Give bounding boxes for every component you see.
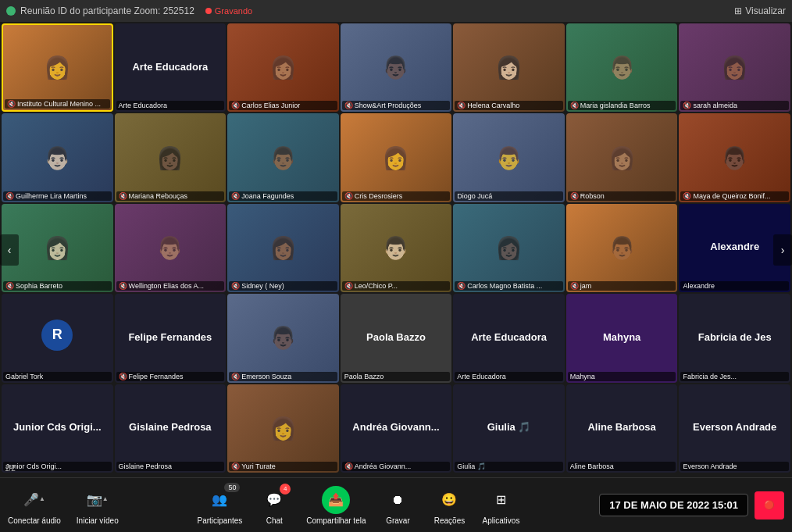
participant-name-text: Wellington Elias dos A... [129, 282, 204, 290]
participant-cell[interactable]: Giulia 🎵Giulia 🎵 [453, 384, 565, 473]
participant-cell[interactable]: 👨Diogo Jucá [453, 113, 565, 202]
video-feed: 👩🏽 [566, 113, 678, 202]
participant-name-bar: 🔇Robson [568, 191, 676, 201]
participant-cell[interactable]: 👨🏿🔇Maya de Queiroz Bonif... [679, 113, 790, 202]
participant-cell[interactable]: Felipe Fernandes🔇Felipe Fernandes [115, 294, 227, 382]
muted-icon: 🔇 [231, 462, 240, 470]
avatar: R [41, 320, 73, 351]
participant-cell[interactable]: 👩🏾🔇sarah almeida [679, 23, 790, 112]
participant-cell[interactable]: 👩🏾🔇Sidney ( Ney) [227, 204, 339, 292]
participant-cell[interactable]: 👩🏿🔇Carlos Magno Batista ... [453, 204, 565, 292]
participant-name-bar: Diogo Jucá [455, 191, 563, 201]
muted-icon: 🔇 [344, 462, 353, 470]
participant-cell[interactable]: MahynaMahyna [566, 294, 678, 382]
participant-name-text: Mahyna [570, 373, 595, 380]
participant-cell[interactable]: 👨🏻🔇Leo/Chico P... [341, 204, 452, 292]
participant-cell[interactable]: 👩🔇Cris Desrosiers [341, 113, 452, 202]
participant-cell[interactable]: 👨🏽🔇Wellington Elias dos A... [115, 204, 227, 292]
visualizar-button[interactable]: ⊞ Visualizar [734, 5, 786, 16]
participant-name-bar: 🔇Helena Carvalho [455, 101, 563, 110]
participant-cell[interactable]: 👨🏿🔇Show&Art Produções [341, 23, 452, 112]
grid-icon: ⊞ [734, 5, 742, 16]
participant-big-name: Alexandre [710, 241, 759, 252]
participant-cell[interactable]: Junior Cds Origi...Junior Cds Origi... [2, 384, 113, 473]
apps-icon: ⊞ [487, 486, 515, 514]
participant-cell[interactable]: 👨🏽🔇Maria gislandia Barros [566, 23, 678, 112]
participant-big-name: Mahyna [603, 331, 640, 343]
muted-icon: 🔇 [231, 282, 240, 290]
muted-icon: 🔇 [231, 373, 240, 380]
participants-label: Participantes [198, 516, 243, 525]
window-close-dot[interactable] [6, 6, 16, 16]
participant-big-name: Paola Bazzo [366, 331, 426, 343]
chat-badge: 4 [280, 484, 291, 495]
video-feed: 👨🏽 [115, 204, 227, 292]
participant-name-text: Felipe Fernandes [129, 373, 184, 380]
participant-cell[interactable]: 👩🔇Instituto Cultural Menino ... [2, 23, 113, 112]
participants-button[interactable]: 👥 50 Participantes [198, 486, 243, 525]
muted-icon: 🔇 [5, 282, 14, 290]
chat-label: Chat [266, 516, 283, 525]
video-feed: 👩 [341, 113, 452, 202]
participant-cell[interactable]: Everson AndradeEverson Andrade [679, 384, 790, 473]
video-grid-container: 👩🔇Instituto Cultural Menino ...Arte Educ… [0, 22, 792, 477]
participant-cell[interactable]: Andréa Giovann...🔇Andréa Giovann... [341, 384, 452, 473]
participant-name-text: Sidney ( Ney) [241, 282, 284, 290]
visualizar-label: Visualizar [745, 5, 786, 16]
participant-name-text: Carlos Elias Junior [241, 102, 300, 109]
participant-name-text: Fabricia de Jes... [683, 373, 737, 380]
share-icon: 📤 [322, 486, 350, 514]
participant-cell[interactable]: 👨🏾🔇Joana Fagundes [227, 113, 339, 202]
participant-name-bar: 🔇Guilherme Lira Martins [3, 191, 112, 201]
video-feed: 👩 [3, 25, 112, 110]
participant-name-bar: Gislaine Pedrosa [116, 462, 225, 471]
record-button[interactable]: ⏺ Gravar [378, 486, 417, 525]
muted-icon: 🔇 [570, 102, 579, 109]
participant-cell[interactable]: Arte EducadoraArte Educadora [453, 294, 565, 382]
toolbar-right: 17 DE MAIO DE 2022 15:01 🔴 [599, 491, 784, 520]
participant-cell[interactable]: Aline BarbosaAline Barbosa [566, 384, 678, 473]
participant-name-bar: 🔇Andréa Giovann... [342, 462, 451, 471]
participant-cell[interactable]: Gislaine PedrosaGislaine Pedrosa [115, 384, 227, 473]
muted-icon: 🔇 [344, 282, 353, 290]
participant-cell[interactable]: Fabricia de JesFabricia de Jes... [679, 294, 790, 382]
participant-name-bar: Gabriel Tork [3, 372, 112, 381]
participant-big-name: Felipe Fernandes [128, 331, 212, 343]
participant-cell[interactable]: 👩🏿🔇Mariana Rebouças [115, 113, 227, 202]
participant-cell[interactable]: 👩🏻🔇Helena Carvalho [453, 23, 565, 112]
apps-button[interactable]: ⊞ Aplicativos [481, 486, 520, 525]
nav-arrow-right[interactable]: › [773, 234, 792, 266]
participant-cell[interactable]: 👩🏽🔇Robson [566, 113, 678, 202]
audio-button[interactable]: 🎤 ▲ Conectar áudio [8, 486, 61, 525]
participant-cell[interactable]: 👩🔇Yuri Turate [227, 384, 339, 473]
muted-icon: 🔇 [231, 192, 240, 200]
video-label: Iniciar vídeo [77, 516, 119, 525]
video-feed: 👨🏽 [566, 23, 678, 112]
chat-button[interactable]: 💬 4 Chat [255, 486, 294, 525]
muted-icon: 🔇 [231, 102, 240, 109]
end-button[interactable]: 🔴 [755, 491, 784, 520]
participant-cell[interactable]: Arte EducadoraArte Educadora [115, 23, 227, 112]
participant-name-bar: Junior Cds Origi... [3, 462, 112, 471]
nav-arrow-left[interactable]: ‹ [0, 234, 19, 266]
participant-name-text: Gislaine Pedrosa [119, 462, 173, 470]
share-button[interactable]: 📤 Compartilhar tela [306, 486, 366, 525]
reactions-button[interactable]: 😀 Reações [430, 486, 469, 525]
participant-name-text: Cris Desrosiers [355, 192, 403, 200]
participant-name-bar: 🔇sarah almeida [680, 101, 789, 110]
muted-icon: 🔇 [344, 102, 353, 109]
participant-cell[interactable]: 👩🏽🔇Carlos Elias Junior [227, 23, 339, 112]
video-feed: 👨🏾 [566, 204, 678, 292]
participants-icon: 👥 50 [205, 486, 234, 514]
apps-label: Aplicativos [483, 516, 520, 525]
participant-cell[interactable]: 👨🏿🔇Emerson Souza [227, 294, 339, 382]
participant-cell[interactable]: RGabriel Tork [2, 294, 113, 382]
participant-name-bar: 🔇Mariana Rebouças [116, 191, 225, 201]
participant-big-name: Junior Cds Origi... [13, 421, 102, 433]
video-button[interactable]: 📷 ▲ Iniciar vídeo [77, 486, 119, 525]
participant-cell[interactable]: 👨🏻🔇Guilherme Lira Martins [2, 113, 113, 202]
participant-cell[interactable]: 👨🏾🔇jam [566, 204, 678, 292]
participant-cell[interactable]: Paola BazzoPaola Bazzo [341, 294, 452, 382]
participant-name-bar: 🔇Instituto Cultural Menino ... [5, 99, 110, 109]
participant-name-bar: Giulia 🎵 [455, 462, 563, 471]
